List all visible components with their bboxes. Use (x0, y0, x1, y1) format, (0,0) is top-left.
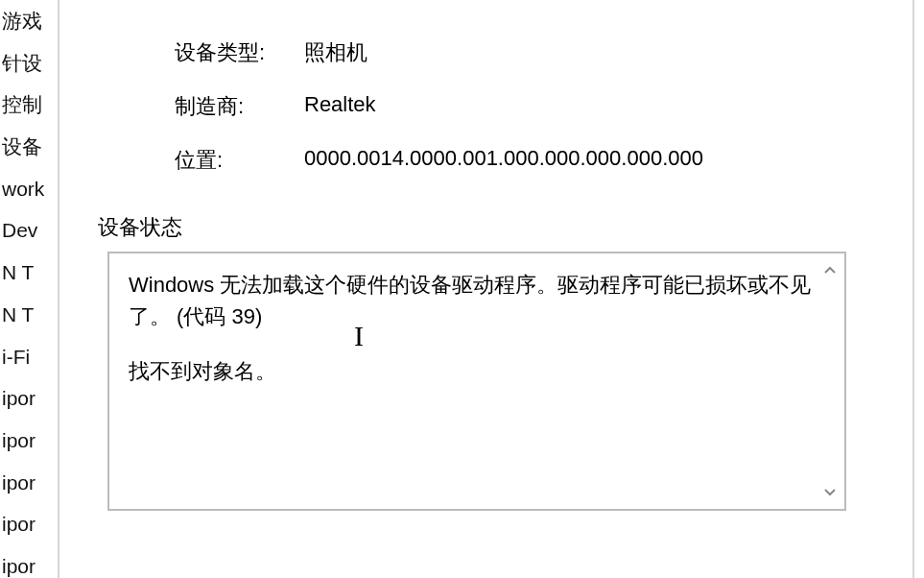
sidebar-item[interactable]: ipor (0, 462, 46, 504)
location-row: 位置: 0000.0014.0000.001.000.000.000.000.0… (98, 146, 886, 175)
text-cursor-icon: I (354, 314, 364, 357)
sidebar-item[interactable]: ipor (0, 503, 46, 545)
manufacturer-row: 制造商: Realtek (98, 92, 886, 121)
sidebar-item[interactable]: i-Fi (0, 336, 46, 378)
sidebar-item[interactable]: N T (0, 252, 46, 294)
sidebar-item[interactable]: 控制 (0, 84, 46, 126)
manufacturer-label: 制造商: (98, 92, 304, 121)
device-status-label: 设备状态 (98, 213, 886, 242)
sidebar-item[interactable]: work (0, 168, 46, 210)
sidebar-item[interactable]: 设备 (0, 126, 46, 168)
manufacturer-value: Realtek (304, 92, 376, 121)
status-text-line1: Windows 无法加载这个硬件的设备驱动程序。驱动程序可能已损坏或不见了。 (… (129, 269, 825, 332)
device-status-textbox[interactable]: Windows 无法加载这个硬件的设备驱动程序。驱动程序可能已损坏或不见了。 (… (107, 252, 846, 511)
sidebar-item[interactable]: Dev (0, 209, 46, 252)
sidebar-item[interactable]: ipor (0, 377, 46, 420)
sidebar-item[interactable]: ipor (0, 545, 46, 578)
window-right-edge (912, 0, 924, 578)
location-value: 0000.0014.0000.001.000.000.000.000.000 (304, 146, 703, 175)
device-tree-sidebar[interactable]: 游戏 针设 控制 设备 work Dev N T N T i-Fi ipor i… (0, 0, 46, 578)
sidebar-item[interactable]: ipor (0, 420, 46, 462)
device-type-value: 照相机 (304, 38, 367, 67)
scroll-down-icon[interactable] (823, 486, 837, 499)
location-label: 位置: (98, 146, 304, 175)
status-text-line2: 找不到对象名。 (129, 355, 825, 387)
scroll-up-icon[interactable] (823, 263, 837, 277)
sidebar-item[interactable]: 针设 (0, 42, 46, 84)
sidebar-item[interactable]: 游戏 (0, 0, 46, 42)
device-type-label: 设备类型: (98, 38, 304, 67)
sidebar-item[interactable]: N T (0, 294, 46, 336)
properties-panel: 设备类型: 照相机 制造商: Realtek 位置: 0000.0014.000… (59, 0, 924, 578)
device-type-row: 设备类型: 照相机 (98, 38, 886, 67)
